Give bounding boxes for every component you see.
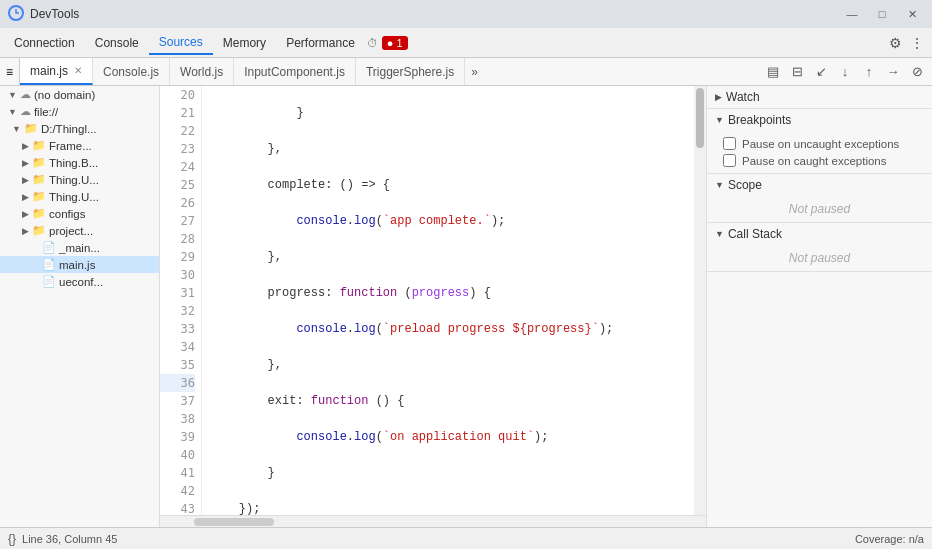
- sidebar-item-no-domain[interactable]: ▼ ☁ (no domain): [0, 86, 159, 103]
- scroll-thumb[interactable]: [696, 88, 704, 148]
- breakpoints-arrow: ▼: [715, 115, 724, 125]
- folder-icon: 📁: [32, 139, 46, 152]
- sidebar-item-frame[interactable]: ▶ 📁 Frame...: [0, 137, 159, 154]
- expand-arrow: ▼: [12, 124, 21, 134]
- file-tab-label: World.js: [180, 65, 223, 79]
- pause-uncaught-label: Pause on uncaught exceptions: [742, 138, 899, 150]
- sidebar-item-project[interactable]: ▶ 📁 project...: [0, 222, 159, 239]
- expand-arrow: ▶: [22, 226, 29, 236]
- horizontal-scrollbar[interactable]: [160, 515, 706, 527]
- pause-caught-row: Pause on caught exceptions: [715, 152, 924, 169]
- sidebar-item-label: Thing.U...: [49, 191, 99, 203]
- maximize-button[interactable]: □: [870, 2, 894, 26]
- expand-arrow: ▶: [22, 175, 29, 185]
- watch-section: ▶ Watch: [707, 86, 932, 109]
- sidebar-item-d-thingl[interactable]: ▼ 📁 D:/Thingl...: [0, 120, 159, 137]
- tab-performance[interactable]: Performance: [276, 32, 365, 54]
- sidebar-item-label: Thing.U...: [49, 174, 99, 186]
- sidebar-item-label: project...: [49, 225, 93, 237]
- file-icon: 📄: [42, 275, 56, 288]
- expand-arrow: ▶: [22, 192, 29, 202]
- cloud-icon: ☁: [20, 88, 31, 101]
- scope-not-paused: Not paused: [707, 196, 932, 222]
- gear-icon[interactable]: ⚙: [885, 35, 906, 51]
- expand-arrow: ▶: [22, 158, 29, 168]
- callstack-section: ▼ Call Stack Not paused: [707, 223, 932, 272]
- step-up-button[interactable]: ↑: [858, 61, 880, 83]
- scope-section: ▼ Scope Not paused: [707, 174, 932, 223]
- code-editor[interactable]: 2021222324 2526272829 3031323334 3536373…: [160, 86, 706, 527]
- sidebar-item-thingu2[interactable]: ▶ 📁 Thing.U...: [0, 188, 159, 205]
- line-numbers: 2021222324 2526272829 3031323334 3536373…: [160, 86, 202, 515]
- folder-icon: 📁: [32, 173, 46, 186]
- expand-arrow: ▶: [22, 141, 29, 151]
- cloud-icon: ☁: [20, 105, 31, 118]
- file-tab-triggersphere[interactable]: TriggerSphere.js: [356, 58, 465, 85]
- sidebar-item-configs[interactable]: ▶ 📁 configs: [0, 205, 159, 222]
- error-badge: ● 1: [382, 36, 408, 50]
- sidebar-item-thingu1[interactable]: ▶ 📁 Thing.U...: [0, 171, 159, 188]
- code-scroll-area[interactable]: 2021222324 2526272829 3031323334 3536373…: [160, 86, 706, 515]
- file-tab-label: main.js: [30, 64, 68, 78]
- file-tab-label: TriggerSphere.js: [366, 65, 454, 79]
- folder-icon: 📁: [32, 156, 46, 169]
- file-tab-consolejs[interactable]: Console.js: [93, 58, 170, 85]
- sidebar-item-label: main.js: [59, 259, 95, 271]
- deactivate-button[interactable]: ⊘: [906, 61, 928, 83]
- watch-header[interactable]: ▶ Watch: [707, 86, 932, 108]
- callstack-arrow: ▼: [715, 229, 724, 239]
- breakpoints-content: Pause on uncaught exceptions Pause on ca…: [707, 131, 932, 173]
- close-tab-icon[interactable]: ✕: [74, 65, 82, 76]
- sidebar-item-file[interactable]: ▼ ☁ file://: [0, 103, 159, 120]
- code-text[interactable]: } }, complete: () => { console.log(`app …: [202, 86, 694, 515]
- toggle-sidebar-button[interactable]: ▤: [762, 61, 784, 83]
- breakpoints-header[interactable]: ▼ Breakpoints: [707, 109, 932, 131]
- sidebar-item-label: D:/Thingl...: [41, 123, 97, 135]
- file-tab-mainjs[interactable]: main.js ✕: [20, 58, 93, 85]
- sidebar-item-label: _main...: [59, 242, 100, 254]
- tabs-overflow-icon[interactable]: »: [465, 65, 484, 79]
- sidebar-item-ueconf[interactable]: 📄 ueconf...: [0, 273, 159, 290]
- tab-console[interactable]: Console: [85, 32, 149, 54]
- scope-header[interactable]: ▼ Scope: [707, 174, 932, 196]
- sidebar-toggle[interactable]: ≡: [0, 58, 20, 85]
- pause-caught-checkbox[interactable]: [723, 154, 736, 167]
- expand-arrow: ▼: [8, 90, 17, 100]
- file-tab-inputcomponent[interactable]: InputComponent.js: [234, 58, 356, 85]
- scope-label: Scope: [728, 178, 762, 192]
- folder-icon: 📁: [32, 207, 46, 220]
- pause-uncaught-checkbox[interactable]: [723, 137, 736, 150]
- tab-sources[interactable]: Sources: [149, 31, 213, 55]
- watch-arrow: ▶: [715, 92, 722, 102]
- sidebar-item-label: configs: [49, 208, 85, 220]
- sidebar-item-main-file[interactable]: 📄 _main...: [0, 239, 159, 256]
- tab-memory[interactable]: Memory: [213, 32, 276, 54]
- split-vertical-button[interactable]: ⊟: [786, 61, 808, 83]
- brace-icon[interactable]: {}: [8, 532, 16, 546]
- file-tab-worldjs[interactable]: World.js: [170, 58, 234, 85]
- pause-caught-label: Pause on caught exceptions: [742, 155, 887, 167]
- step-out-button[interactable]: ↙: [810, 61, 832, 83]
- callstack-not-paused: Not paused: [707, 245, 932, 271]
- callstack-header[interactable]: ▼ Call Stack: [707, 223, 932, 245]
- close-button[interactable]: ✕: [900, 2, 924, 26]
- sidebar-item-thingb[interactable]: ▶ 📁 Thing.B...: [0, 154, 159, 171]
- sidebar-item-label: Frame...: [49, 140, 92, 152]
- coverage-status: Coverage: n/a: [855, 533, 924, 545]
- h-scroll-thumb[interactable]: [194, 518, 274, 526]
- code-content: 2021222324 2526272829 3031323334 3536373…: [160, 86, 706, 515]
- sidebar-item-label: file://: [34, 106, 58, 118]
- file-icon: 📄: [42, 258, 56, 271]
- step-down-button[interactable]: ↓: [834, 61, 856, 83]
- minimize-button[interactable]: —: [840, 2, 864, 26]
- tab-connection[interactable]: Connection: [4, 32, 85, 54]
- file-tab-label: InputComponent.js: [244, 65, 345, 79]
- right-panel: ▶ Watch ▼ Breakpoints Pause on uncaught …: [706, 86, 932, 527]
- sidebar-item-mainjs[interactable]: 📄 main.js: [0, 256, 159, 273]
- breakpoints-label: Breakpoints: [728, 113, 791, 127]
- status-bar: {} Line 36, Column 45 Coverage: n/a: [0, 527, 932, 549]
- step-over-button[interactable]: →: [882, 61, 904, 83]
- status-position: Line 36, Column 45: [22, 533, 117, 545]
- vertical-scrollbar[interactable]: [694, 86, 706, 515]
- more-icon[interactable]: ⋮: [906, 35, 928, 51]
